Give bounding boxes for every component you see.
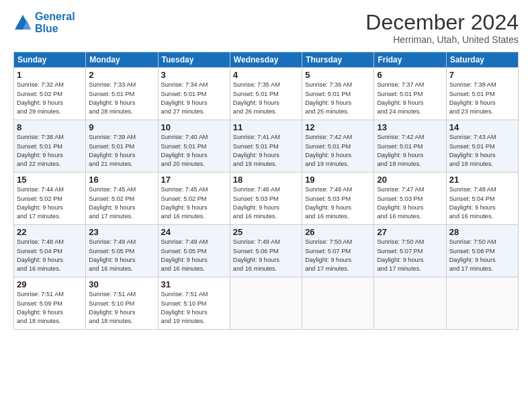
table-row — [374, 277, 446, 330]
logo-line2: Blue — [35, 23, 58, 34]
day-info: Sunrise: 7:49 AM Sunset: 5:05 PM Dayligh… — [161, 238, 227, 273]
header: General Blue December 2024 Herriman, Uta… — [13, 11, 519, 45]
day-number: 21 — [449, 175, 515, 185]
day-info: Sunrise: 7:48 AM Sunset: 5:04 PM Dayligh… — [17, 238, 83, 273]
day-info: Sunrise: 7:39 AM Sunset: 5:01 PM Dayligh… — [89, 133, 154, 169]
subtitle: Herriman, Utah, United States — [365, 34, 519, 45]
table-row: 10Sunrise: 7:40 AM Sunset: 5:01 PM Dayli… — [158, 120, 230, 173]
table-row: 8Sunrise: 7:38 AM Sunset: 5:01 PM Daylig… — [14, 120, 86, 173]
day-info: Sunrise: 7:32 AM Sunset: 5:02 PM Dayligh… — [17, 81, 83, 116]
calendar-week-row: 1Sunrise: 7:32 AM Sunset: 5:02 PM Daylig… — [14, 68, 519, 120]
day-info: Sunrise: 7:51 AM Sunset: 5:09 PM Dayligh… — [17, 290, 83, 326]
day-info: Sunrise: 7:51 AM Sunset: 5:10 PM Dayligh… — [89, 290, 154, 326]
day-number: 3 — [161, 70, 227, 80]
col-wednesday: Wednesday — [230, 52, 302, 68]
day-info: Sunrise: 7:46 AM Sunset: 5:03 PM Dayligh… — [233, 185, 299, 221]
calendar-week-row: 22Sunrise: 7:48 AM Sunset: 5:04 PM Dayli… — [14, 225, 519, 277]
table-row: 5Sunrise: 7:36 AM Sunset: 5:01 PM Daylig… — [302, 68, 374, 120]
day-info: Sunrise: 7:51 AM Sunset: 5:10 PM Dayligh… — [161, 290, 227, 326]
day-info: Sunrise: 7:40 AM Sunset: 5:01 PM Dayligh… — [161, 133, 227, 169]
logo-text: General Blue — [35, 11, 75, 34]
day-info: Sunrise: 7:36 AM Sunset: 5:01 PM Dayligh… — [305, 81, 371, 116]
day-number: 20 — [377, 175, 443, 185]
logo-line1: General — [35, 11, 75, 22]
table-row: 24Sunrise: 7:49 AM Sunset: 5:05 PM Dayli… — [158, 225, 230, 277]
day-number: 6 — [377, 70, 443, 80]
table-row: 30Sunrise: 7:51 AM Sunset: 5:10 PM Dayli… — [86, 277, 158, 330]
calendar-week-row: 29Sunrise: 7:51 AM Sunset: 5:09 PM Dayli… — [14, 277, 519, 330]
table-row: 16Sunrise: 7:45 AM Sunset: 5:02 PM Dayli… — [86, 173, 158, 225]
table-row: 6Sunrise: 7:37 AM Sunset: 5:01 PM Daylig… — [374, 68, 446, 120]
day-number: 10 — [161, 122, 227, 132]
table-row: 14Sunrise: 7:43 AM Sunset: 5:01 PM Dayli… — [446, 120, 518, 173]
day-number: 13 — [377, 122, 443, 132]
day-number: 9 — [89, 122, 154, 132]
day-info: Sunrise: 7:33 AM Sunset: 5:01 PM Dayligh… — [89, 81, 154, 116]
table-row: 23Sunrise: 7:49 AM Sunset: 5:05 PM Dayli… — [86, 225, 158, 277]
table-row — [230, 277, 302, 330]
day-number: 16 — [89, 175, 154, 185]
day-number: 26 — [305, 227, 371, 237]
logo-icon — [13, 13, 32, 32]
day-number: 31 — [161, 279, 227, 289]
day-info: Sunrise: 7:49 AM Sunset: 5:06 PM Dayligh… — [233, 238, 299, 273]
day-info: Sunrise: 7:50 AM Sunset: 5:08 PM Dayligh… — [449, 238, 515, 273]
day-number: 14 — [449, 122, 515, 132]
col-monday: Monday — [86, 52, 158, 68]
calendar-week-row: 15Sunrise: 7:44 AM Sunset: 5:02 PM Dayli… — [14, 173, 519, 225]
table-row: 9Sunrise: 7:39 AM Sunset: 5:01 PM Daylig… — [86, 120, 158, 173]
day-info: Sunrise: 7:44 AM Sunset: 5:02 PM Dayligh… — [17, 185, 83, 221]
day-number: 4 — [233, 70, 299, 80]
day-info: Sunrise: 7:45 AM Sunset: 5:02 PM Dayligh… — [89, 185, 154, 221]
table-row: 18Sunrise: 7:46 AM Sunset: 5:03 PM Dayli… — [230, 173, 302, 225]
day-info: Sunrise: 7:48 AM Sunset: 5:04 PM Dayligh… — [449, 185, 515, 221]
table-row: 17Sunrise: 7:45 AM Sunset: 5:02 PM Dayli… — [158, 173, 230, 225]
day-number: 19 — [305, 175, 371, 185]
day-number: 28 — [449, 227, 515, 237]
day-number: 12 — [305, 122, 371, 132]
calendar-header-row: Sunday Monday Tuesday Wednesday Thursday… — [14, 52, 519, 68]
table-row: 1Sunrise: 7:32 AM Sunset: 5:02 PM Daylig… — [14, 68, 86, 120]
day-info: Sunrise: 7:43 AM Sunset: 5:01 PM Dayligh… — [449, 133, 515, 169]
day-info: Sunrise: 7:38 AM Sunset: 5:01 PM Dayligh… — [17, 133, 83, 169]
table-row: 29Sunrise: 7:51 AM Sunset: 5:09 PM Dayli… — [14, 277, 86, 330]
col-tuesday: Tuesday — [158, 52, 230, 68]
day-number: 24 — [161, 227, 227, 237]
table-row: 28Sunrise: 7:50 AM Sunset: 5:08 PM Dayli… — [446, 225, 518, 277]
day-number: 17 — [161, 175, 227, 185]
table-row: 4Sunrise: 7:35 AM Sunset: 5:01 PM Daylig… — [230, 68, 302, 120]
col-sunday: Sunday — [14, 52, 86, 68]
day-info: Sunrise: 7:45 AM Sunset: 5:02 PM Dayligh… — [161, 185, 227, 221]
table-row: 3Sunrise: 7:34 AM Sunset: 5:01 PM Daylig… — [158, 68, 230, 120]
table-row: 11Sunrise: 7:41 AM Sunset: 5:01 PM Dayli… — [230, 120, 302, 173]
table-row — [446, 277, 518, 330]
day-info: Sunrise: 7:50 AM Sunset: 5:07 PM Dayligh… — [377, 238, 443, 273]
day-info: Sunrise: 7:47 AM Sunset: 5:03 PM Dayligh… — [377, 185, 443, 221]
day-info: Sunrise: 7:42 AM Sunset: 5:01 PM Dayligh… — [305, 133, 371, 169]
calendar-table: Sunday Monday Tuesday Wednesday Thursday… — [13, 52, 519, 330]
day-number: 15 — [17, 175, 83, 185]
day-number: 25 — [233, 227, 299, 237]
table-row: 31Sunrise: 7:51 AM Sunset: 5:10 PM Dayli… — [158, 277, 230, 330]
day-info: Sunrise: 7:42 AM Sunset: 5:01 PM Dayligh… — [377, 133, 443, 169]
page: General Blue December 2024 Herriman, Uta… — [0, 0, 532, 411]
table-row: 2Sunrise: 7:33 AM Sunset: 5:01 PM Daylig… — [86, 68, 158, 120]
day-info: Sunrise: 7:41 AM Sunset: 5:01 PM Dayligh… — [233, 133, 299, 169]
day-number: 1 — [17, 70, 83, 80]
day-info: Sunrise: 7:38 AM Sunset: 5:01 PM Dayligh… — [449, 81, 515, 116]
day-number: 30 — [89, 279, 154, 289]
table-row: 27Sunrise: 7:50 AM Sunset: 5:07 PM Dayli… — [374, 225, 446, 277]
table-row: 26Sunrise: 7:50 AM Sunset: 5:07 PM Dayli… — [302, 225, 374, 277]
month-title: December 2024 — [365, 11, 519, 34]
day-number: 22 — [17, 227, 83, 237]
table-row: 12Sunrise: 7:42 AM Sunset: 5:01 PM Dayli… — [302, 120, 374, 173]
table-row: 20Sunrise: 7:47 AM Sunset: 5:03 PM Dayli… — [374, 173, 446, 225]
table-row: 13Sunrise: 7:42 AM Sunset: 5:01 PM Dayli… — [374, 120, 446, 173]
day-number: 23 — [89, 227, 154, 237]
table-row: 25Sunrise: 7:49 AM Sunset: 5:06 PM Dayli… — [230, 225, 302, 277]
day-info: Sunrise: 7:37 AM Sunset: 5:01 PM Dayligh… — [377, 81, 443, 116]
day-info: Sunrise: 7:49 AM Sunset: 5:05 PM Dayligh… — [89, 238, 154, 273]
day-info: Sunrise: 7:46 AM Sunset: 5:03 PM Dayligh… — [305, 185, 371, 221]
day-number: 5 — [305, 70, 371, 80]
day-number: 18 — [233, 175, 299, 185]
